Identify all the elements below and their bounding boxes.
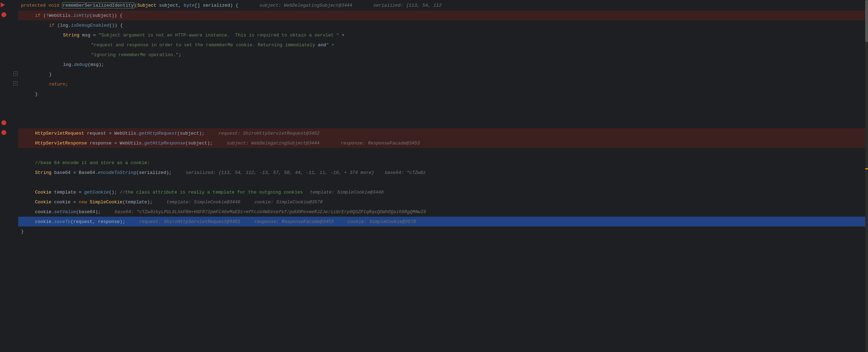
str-3: "ignoring rememberMe operation." xyxy=(91,52,179,57)
method-debug: debug xyxy=(74,62,88,67)
punct-comma1: , xyxy=(178,3,184,8)
str-2b: " + xyxy=(326,42,334,48)
gutter-line-23 xyxy=(0,216,18,226)
punct-if2: ( xyxy=(57,23,60,28)
code-line-17: Cookie template = getCookie(); //the cla… xyxy=(18,187,868,197)
var-cookie: cookie xyxy=(54,199,74,205)
code-line-3: if (log.isDebugEnabled()) { xyxy=(18,20,868,30)
code-line-10: } xyxy=(18,89,868,99)
code-editor: − − protected void rememberSerializedIde… xyxy=(0,0,868,352)
close-brace-2: } xyxy=(35,92,38,97)
hint-template: template: SimpleCookie@3448 xyxy=(310,190,384,195)
hint-request: request: ShiroHttpServletRequest@3452 xyxy=(219,131,320,136)
gutter-line-21 xyxy=(0,196,18,206)
hint-saveto-cookie: cookie: SimpleCookie@3578 xyxy=(347,219,416,224)
code-line-13: HttpServletRequest request = WebUtils.ge… xyxy=(18,128,868,138)
var-cookie2: cookie. xyxy=(35,209,54,215)
hint-base64-val: base64: "cTZw8z xyxy=(385,170,426,175)
class-webutils2: WebUtils. xyxy=(114,131,139,136)
kw-if2: if xyxy=(49,23,57,28)
var-base64: base64 xyxy=(54,170,74,175)
code-line-blank5 xyxy=(18,177,868,187)
var-request: request xyxy=(87,131,109,136)
kw-if: if xyxy=(35,13,43,18)
method-saveto: saveTo xyxy=(54,219,71,224)
gutter-line-6 xyxy=(0,49,18,59)
hint-cookie: cookie: SimpleCookie@3578 xyxy=(254,199,323,205)
punct-if: (! xyxy=(43,13,49,18)
method-ishttp: isHttp xyxy=(73,13,90,18)
method-gethttprequest: getHttpRequest xyxy=(139,131,177,136)
var-log2: log. xyxy=(63,62,74,67)
type-string2: String xyxy=(35,170,54,175)
type-httpresponse: HttpServletResponse xyxy=(35,141,90,146)
type-cookie2: Cookie xyxy=(35,199,54,205)
method-name-highlight: rememberSerializedIdentity xyxy=(62,2,135,8)
hint-saveto-request: request: ShiroHttpServletRequest@3452 xyxy=(139,219,240,224)
gutter-line-12 xyxy=(0,108,18,118)
code-line-blank4 xyxy=(18,148,868,158)
type-byte: byte xyxy=(184,3,194,8)
breakpoint-14 xyxy=(1,130,6,135)
code-line-19: cookie.setValue(base64);base64: "cTZw8zk… xyxy=(18,207,868,217)
punct-plus1: + xyxy=(339,33,345,38)
gutter-line-5 xyxy=(0,39,18,49)
code-line-21: } xyxy=(18,226,868,236)
comment-base64: //base 64 encode it and store as a cooki… xyxy=(35,160,150,165)
punct-eq: = xyxy=(93,33,99,38)
punct-close: ) { xyxy=(230,3,238,8)
fold-icon-8[interactable]: − xyxy=(13,72,18,76)
punct-eq5: = xyxy=(79,190,84,195)
code-line-4: String msg = "Subject argument is not an… xyxy=(18,30,868,40)
punct-arr: [] xyxy=(195,3,203,8)
var-cookie3: cookie. xyxy=(35,219,54,224)
type-subject: Subject xyxy=(137,3,159,8)
hint-base64-long: base64: "cTZw8zkyLPUL8LhkFRm+HSFR72pmFC4… xyxy=(115,209,426,215)
kw-return: return; xyxy=(49,82,68,87)
str-2: "request and response in order to set th… xyxy=(91,42,318,48)
hint-response-subject: subject: WebDelegatingSubject@3444 xyxy=(227,141,319,146)
punct-call1: (subject)) { xyxy=(90,13,123,18)
gutter-line-4 xyxy=(0,29,18,39)
code-line-6: "ignoring rememberMe operation."; xyxy=(18,50,868,60)
punct-call9: (base64); xyxy=(76,209,101,215)
gutter-line-24 xyxy=(0,226,18,236)
classname-webutils: WebUtils. xyxy=(49,13,73,18)
fold-icon-9[interactable]: − xyxy=(13,81,18,86)
str-1: "Subject argument is not an HTTP-aware i… xyxy=(98,33,339,38)
class-webutils3: WebUtils. xyxy=(120,141,144,146)
class-base64: Base64. xyxy=(79,170,98,175)
punct-call2: ()) { xyxy=(109,23,123,28)
punct-call6: (serialized); xyxy=(136,170,172,175)
gutter-line-2 xyxy=(0,10,18,20)
type-httprequest: HttpServletRequest xyxy=(35,131,87,136)
param-serialized: serialized xyxy=(203,3,230,8)
close-brace-1: } xyxy=(49,72,52,77)
punct-eq4: = xyxy=(73,170,79,175)
punct-eq2: = xyxy=(109,131,115,136)
code-line-1: protected void rememberSerializedIdentit… xyxy=(18,0,868,11)
gutter-line-9: − xyxy=(0,79,18,88)
breakpoint-13 xyxy=(1,120,6,125)
method-gethttpresponse: getHttpResponse xyxy=(144,141,185,146)
code-line-9: return; xyxy=(18,79,868,89)
breakpoint-2 xyxy=(1,12,6,17)
hint-template2: template: SimpleCookie@3448 xyxy=(167,199,241,205)
punct-call5: (subject); xyxy=(185,141,213,146)
punct-semi1: ; xyxy=(179,52,181,57)
scrollbar-thumb[interactable] xyxy=(865,0,868,42)
gutter-line-11 xyxy=(0,98,18,108)
code-line-blank2 xyxy=(18,109,868,119)
method-setvalue: setValue xyxy=(54,209,76,215)
gutter-line-20 xyxy=(0,187,18,196)
code-line-8: } xyxy=(18,69,868,79)
param-subject: subject xyxy=(159,3,178,8)
code-line-18: Cookie cookie = new SimpleCookie(templat… xyxy=(18,197,868,207)
gutter-line-19 xyxy=(0,177,18,187)
comment-template: //the class attribute is really a templa… xyxy=(117,190,303,195)
gutter-line-1 xyxy=(0,0,18,10)
gutter-line-3 xyxy=(0,20,18,29)
scrollbar-vertical[interactable] xyxy=(865,0,868,352)
code-line-blank3 xyxy=(18,119,868,128)
gutter-line-17 xyxy=(0,157,18,167)
